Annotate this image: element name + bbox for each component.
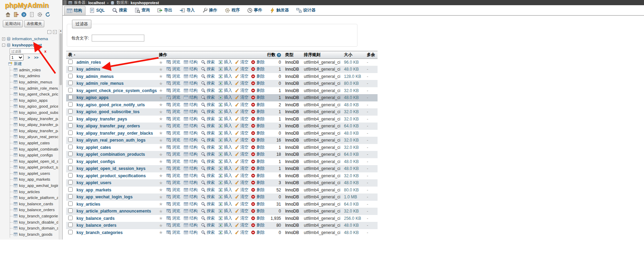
sidebar-table-item[interactable]: ksy_app_markets (10, 177, 58, 183)
table-name-link[interactable]: ksy_articles (76, 202, 100, 207)
browse-link[interactable]: 浏览 (166, 180, 180, 186)
sidebar-table-item[interactable]: ksy_branch_categories (10, 213, 58, 219)
insert-link[interactable]: 插入 (218, 66, 232, 72)
server-link[interactable]: localhost (88, 1, 105, 5)
row-checkbox[interactable] (68, 187, 73, 192)
insert-link[interactable]: 插入 (218, 201, 232, 207)
search-link[interactable]: 搜索 (201, 130, 215, 136)
drop-link[interactable]: 删除 (251, 80, 265, 86)
row-checkbox[interactable] (68, 152, 73, 156)
row-checkbox[interactable] (68, 159, 73, 163)
row-checkbox[interactable] (68, 74, 73, 78)
favorite-star-icon[interactable] (159, 187, 163, 192)
drop-link[interactable]: 删除 (251, 116, 265, 122)
insert-link[interactable]: 插入 (218, 187, 232, 193)
page-select[interactable]: 1 (10, 54, 24, 61)
drop-link[interactable]: 删除 (251, 123, 265, 129)
search-link[interactable]: 搜索 (201, 159, 215, 164)
search-link[interactable]: 搜索 (201, 59, 215, 65)
row-checkbox[interactable] (68, 137, 73, 142)
favorite-star-icon[interactable] (159, 130, 163, 136)
drop-link[interactable]: 删除 (251, 73, 265, 79)
browse-link[interactable]: 浏览 (166, 230, 180, 235)
row-checkbox[interactable] (68, 95, 73, 99)
browse-link[interactable]: 浏览 (166, 137, 180, 143)
empty-link[interactable]: 清空 (235, 159, 248, 164)
favorite-star-icon[interactable] (159, 159, 163, 164)
menu-tab[interactable]: 导入 (177, 6, 198, 15)
header-type[interactable]: 类型 (283, 51, 302, 59)
table-name-link[interactable]: ksy_alipay_transfer_pay_orders (76, 124, 140, 128)
drop-link[interactable]: 删除 (251, 230, 265, 235)
browse-link[interactable]: 浏览 (166, 151, 180, 157)
sidebar-table-item[interactable]: ksy_applet_configs (10, 152, 58, 158)
search-link[interactable]: 搜索 (201, 151, 215, 157)
favorite-star-icon[interactable] (159, 116, 163, 122)
sidebar-table-item[interactable]: ksy_alipay_transfer_pays (10, 116, 58, 122)
row-checkbox[interactable] (68, 109, 73, 114)
search-link[interactable]: 搜索 (201, 165, 215, 171)
favorite-star-icon[interactable] (159, 102, 163, 107)
scrollbar-thumb[interactable] (60, 33, 62, 85)
row-checkbox[interactable] (68, 60, 73, 64)
favorite-star-icon[interactable] (159, 74, 163, 79)
sidebar-table-item[interactable]: ksy_aliyun_real_person_a (10, 134, 58, 140)
sidebar-table-item[interactable]: ksy_alipay_transfer_pay_ (10, 128, 58, 134)
table-name-link[interactable]: ksy_branch_categories (76, 230, 123, 235)
favorite-star-icon[interactable] (159, 166, 163, 171)
structure-link[interactable]: 结构 (184, 88, 198, 93)
row-checkbox[interactable] (68, 123, 73, 128)
table-name-link[interactable]: ksy_alipay_transfer_pays (76, 117, 127, 122)
structure-link[interactable]: 结构 (184, 109, 198, 115)
help-icon[interactable] (21, 11, 27, 17)
insert-link[interactable]: 插入 (218, 165, 232, 171)
tree-db-ksyshopprotest[interactable]: ksyshopprotest (2, 42, 58, 48)
search-link[interactable]: 搜索 (201, 180, 215, 186)
menu-tab[interactable]: 事件 (244, 6, 266, 15)
tree-filter-input[interactable] (10, 48, 40, 54)
unexpand-all-icon[interactable]: = (53, 30, 57, 34)
browse-link[interactable]: 浏览 (166, 66, 180, 72)
rows-help-icon[interactable] (277, 53, 281, 57)
structure-link[interactable]: 结构 (184, 215, 198, 221)
table-name-link[interactable]: ksy_applet_cates (76, 145, 111, 150)
sidebar-table-item[interactable]: ksy_article_platform_ann (10, 195, 58, 201)
browse-link[interactable]: 浏览 (166, 194, 180, 200)
row-checkbox[interactable] (68, 194, 73, 199)
structure-link[interactable]: 结构 (184, 144, 198, 150)
search-link[interactable]: 搜索 (201, 208, 215, 214)
table-name-link[interactable]: ksy_aliyun_real_person_auth_logs (76, 138, 145, 143)
sidebar-table-item[interactable]: ksy_applet_product_spec (10, 164, 58, 171)
table-name-link[interactable]: ksy_balance_cards (76, 216, 115, 221)
sidebar-table-item[interactable]: ksy_agent_check_price_s (10, 91, 58, 97)
structure-link[interactable]: 结构 (184, 208, 198, 214)
drop-link[interactable]: 删除 (251, 137, 265, 143)
sidebar-table-item[interactable]: ksy_alipay_transfer_pay_ (10, 122, 58, 128)
insert-link[interactable]: 插入 (218, 123, 232, 129)
empty-link[interactable]: 清空 (235, 187, 248, 193)
insert-link[interactable]: 插入 (218, 59, 232, 65)
empty-link[interactable]: 清空 (235, 201, 248, 207)
drop-link[interactable]: 删除 (251, 194, 265, 200)
empty-link[interactable]: 清空 (235, 94, 248, 100)
row-checkbox[interactable] (68, 81, 73, 85)
browse-link[interactable]: 浏览 (166, 130, 180, 136)
favorite-star-icon[interactable] (159, 216, 163, 221)
table-name-link[interactable]: ksy_agiso_good_price_notify_urls (76, 102, 145, 107)
insert-link[interactable]: 插入 (218, 173, 232, 179)
browse-link[interactable]: 浏览 (166, 123, 180, 129)
scrollbar-up-arrow[interactable]: ▲ (59, 29, 62, 33)
search-link[interactable]: 搜索 (201, 230, 215, 235)
clear-filter-button[interactable]: x (44, 49, 46, 53)
table-name-link[interactable]: ksy_admins (76, 67, 100, 72)
row-checkbox[interactable] (68, 66, 73, 71)
last-page-link[interactable]: >> (34, 55, 38, 60)
sidebar-table-item[interactable]: ksy_applet_users (10, 170, 58, 177)
row-checkbox[interactable] (68, 173, 73, 178)
search-link[interactable]: 搜索 (201, 173, 215, 179)
drop-link[interactable]: 删除 (251, 208, 265, 214)
insert-link[interactable]: 插入 (218, 137, 232, 143)
row-checkbox[interactable] (68, 166, 73, 170)
sidebar-table-item[interactable]: ksy_balance_orders (10, 207, 58, 213)
sidebar-table-item[interactable]: ksy_admin_menus (10, 79, 58, 85)
